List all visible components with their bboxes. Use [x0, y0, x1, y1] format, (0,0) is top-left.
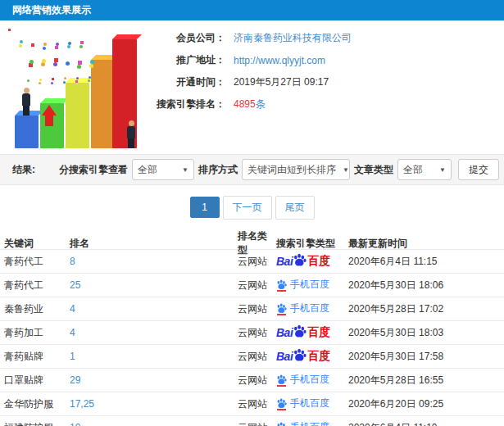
chevron-down-icon: ▼: [439, 166, 446, 174]
table-row: 膏药加工 4 云网站 Bai百度 2020年5月30日 18:03: [0, 321, 504, 345]
chevron-down-icon: ▼: [343, 166, 349, 174]
rank-link[interactable]: 25: [70, 279, 238, 291]
filter-controls: 分搜索引擎查看 全部 ▼ 排序方式 关键词由短到长排序 ▼ 文章类型 全部 ▼ …: [55, 159, 499, 180]
page-title: 网络营销效果展示: [12, 4, 91, 16]
info-row: 开通时间： 2019年5月27日 09:17: [148, 71, 352, 93]
mobile-baidu-badge: 手机百度: [276, 373, 329, 387]
table-row: 膏药贴牌 1 云网站 Bai百度 2020年5月30日 17:58: [0, 345, 504, 369]
engine-cell: Bai百度: [276, 324, 348, 341]
selected-value: 全部: [138, 163, 157, 177]
bar-chart-graphic: [3, 27, 144, 150]
page-link[interactable]: 下一页: [223, 196, 272, 220]
chevron-down-icon: ▼: [182, 166, 188, 174]
results-label: 结果:: [12, 163, 35, 177]
engine-cell: 手机百度: [276, 278, 348, 292]
mobile-baidu-label: 手机百度: [290, 373, 329, 387]
filter-group: 文章类型 全部 ▼: [350, 159, 452, 180]
baidu-paw-icon: [293, 348, 306, 365]
info-row: 会员公司： 济南秦鲁药业科技有限公司: [148, 27, 352, 49]
filter-label: 排序方式: [198, 163, 238, 177]
baidu-paw-icon: [293, 324, 306, 341]
company-info: 会员公司： 济南秦鲁药业科技有限公司 推广地址： http://www.qlyy…: [148, 27, 352, 116]
date-cell: 2020年5月30日 18:03: [348, 326, 504, 340]
info-value[interactable]: 济南秦鲁药业科技有限公司: [234, 31, 352, 45]
filter-bar: 结果: 分搜索引擎查看 全部 ▼ 排序方式 关键词由短到长排序 ▼ 文章类型 全…: [0, 154, 504, 185]
filter-select[interactable]: 全部 ▼: [397, 159, 452, 180]
page-current[interactable]: 1: [190, 197, 220, 218]
table-body: 膏药代工 8 云网站 Bai百度 2020年6月4日 11:15 膏药代工 25…: [0, 250, 504, 426]
column-header-4: 最新更新时间: [348, 237, 504, 251]
table-header-row: 关键词排名排名类型搜索引擎类型最新更新时间: [0, 229, 504, 250]
keyword-cell: 膏药加工: [4, 326, 70, 340]
info-label: 会员公司：: [148, 31, 225, 45]
mobile-baidu-badge: 手机百度: [276, 420, 329, 426]
info-row: 推广地址： http://www.qlyyjt.com: [148, 49, 352, 71]
page-header: 网络营销效果展示: [0, 0, 504, 20]
rank-link[interactable]: 8: [70, 256, 238, 267]
baidu-paw-icon: [293, 253, 306, 270]
mobile-baidu-label: 手机百度: [290, 278, 329, 292]
pagination: 1下一页尾页: [0, 185, 504, 229]
baidu-logo: Bai百度: [276, 324, 330, 341]
column-header-3: 搜索引擎类型: [276, 237, 348, 251]
baidu-logo: Bai百度: [276, 253, 330, 270]
up-arrow-icon: [42, 105, 57, 116]
info-value[interactable]: http://www.qlyyjt.com: [234, 55, 325, 66]
keyword-cell: 福建防护服: [4, 421, 70, 426]
businessman-figure-right: [125, 120, 138, 148]
column-header-0: 关键词: [4, 237, 70, 251]
engine-cell: 手机百度: [276, 420, 348, 426]
selected-value: 关键词由短到长排序: [247, 163, 336, 177]
table-row: 膏药代工 25 云网站 手机百度 2020年5月30日 18:06: [0, 274, 504, 297]
page-link[interactable]: 尾页: [275, 196, 315, 220]
date-cell: 2020年5月30日 17:58: [348, 350, 504, 364]
keyword-cell: 秦鲁药业: [4, 302, 70, 316]
info-label: 开通时间：: [148, 75, 225, 89]
rank-link[interactable]: 4: [70, 303, 238, 315]
businessman-figure-left: [20, 88, 33, 116]
rank-link[interactable]: 29: [70, 374, 238, 386]
date-cell: 2020年6月4日 11:15: [348, 255, 504, 269]
rank-link[interactable]: 1: [70, 351, 238, 362]
date-cell: 2020年6月20日 09:25: [348, 397, 504, 411]
table-row: 口罩贴牌 29 云网站 手机百度 2020年5月28日 16:55: [0, 369, 504, 392]
rank-link[interactable]: 4: [70, 327, 238, 338]
rank-count-unit[interactable]: 条: [256, 98, 266, 110]
marketing-report-page: 网络营销效果展示 会员公司： 济南秦鲁药业科技有限公司 推广地址： http:/…: [0, 0, 504, 426]
column-header-1: 排名: [70, 237, 238, 251]
chart-bar-blue: [15, 116, 39, 148]
mobile-baidu-label: 手机百度: [290, 301, 329, 315]
filter-select[interactable]: 全部 ▼: [132, 159, 194, 180]
keyword-cell: 膏药代工: [4, 279, 70, 292]
rank-link[interactable]: 17,25: [70, 398, 238, 410]
engine-cell: 手机百度: [276, 397, 348, 411]
results-table: 关键词排名排名类型搜索引擎类型最新更新时间 膏药代工 8 云网站 Bai百度 2…: [0, 229, 504, 426]
rank-link[interactable]: 10: [70, 422, 238, 426]
selected-value: 全部: [403, 163, 423, 177]
mobile-baidu-label: 手机百度: [290, 420, 329, 426]
table-row: 秦鲁药业 4 云网站 手机百度 2020年5月28日 17:02: [0, 297, 504, 321]
keyword-cell: 膏药代工: [4, 255, 70, 269]
submit-button[interactable]: 提交: [458, 159, 499, 180]
keyword-cell: 膏药贴牌: [4, 350, 70, 364]
engine-cell: 手机百度: [276, 373, 348, 387]
engine-cell: Bai百度: [276, 348, 348, 365]
summary-section: 会员公司： 济南秦鲁药业科技有限公司 推广地址： http://www.qlyy…: [0, 20, 504, 154]
mobile-baidu-badge: 手机百度: [276, 301, 329, 315]
mobile-baidu-paw-icon: [276, 398, 287, 409]
baidu-logo: Bai百度: [276, 348, 330, 365]
filter-select[interactable]: 关键词由短到长排序 ▼: [242, 159, 350, 180]
rank-type-cell: 云网站: [238, 302, 276, 316]
filter-label: 分搜索引擎查看: [59, 163, 128, 177]
rank-type-cell: 云网站: [238, 374, 276, 387]
keyword-cell: 金华防护服: [4, 397, 70, 411]
table-row: 福建防护服 10 云网站 手机百度 2020年6月4日 11:10: [0, 416, 504, 426]
mobile-baidu-badge: 手机百度: [276, 397, 329, 410]
date-cell: 2020年5月30日 18:06: [348, 279, 504, 292]
filter-group: 排序方式 关键词由短到长排序 ▼: [194, 159, 350, 180]
rank-type-cell: 云网站: [238, 279, 276, 292]
mobile-baidu-badge: 手机百度: [276, 278, 329, 292]
keyword-cell: 口罩贴牌: [4, 374, 70, 387]
info-row: 搜索引擎排名： 4895条: [148, 93, 352, 116]
info-label: 搜索引擎排名：: [148, 97, 225, 111]
